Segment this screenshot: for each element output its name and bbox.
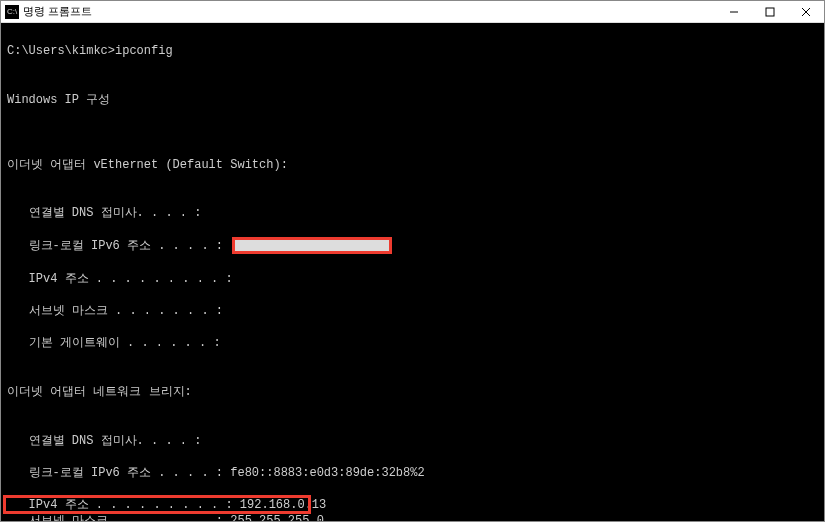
app-icon: C:\: [5, 5, 19, 19]
prompt-line: C:\Users\kimkc>ipconfig: [7, 43, 818, 59]
close-button[interactable]: [788, 1, 824, 23]
close-icon: [801, 7, 811, 17]
gateway-line: 기본 게이트웨이 . . . . . . :: [7, 335, 818, 351]
adapter-header: 이더넷 어댑터 네트워크 브리지:: [7, 384, 818, 400]
ip-config-header: Windows IP 구성: [7, 92, 818, 108]
subnet-line: 서브넷 마스크 . . . . . . . :: [7, 303, 818, 319]
dns-suffix-line: 연결별 DNS 접미사. . . . :: [7, 433, 818, 449]
adapter-header: 이더넷 어댑터 vEthernet (Default Switch):: [7, 157, 818, 173]
window-title: 명령 프롬프트: [23, 4, 716, 19]
command-prompt-window: C:\ 명령 프롬프트 C:\Users\kimkc>ipconfig Wind…: [0, 0, 825, 522]
svg-rect-1: [766, 8, 774, 16]
redacted-ipv6: [232, 237, 392, 254]
terminal-output[interactable]: C:\Users\kimkc>ipconfig Windows IP 구성 이더…: [1, 23, 824, 521]
maximize-button[interactable]: [752, 1, 788, 23]
ipv6-line: 링크-로컬 IPv6 주소 . . . . : fe80::8883:e0d3:…: [7, 465, 818, 481]
ipv4-line: IPv4 주소 . . . . . . . . . :: [7, 271, 818, 287]
subnet-line: 서브넷 마스크 . . . . . . . : 255.255.255.0: [7, 513, 818, 521]
minimize-icon: [729, 7, 739, 17]
maximize-icon: [765, 7, 775, 17]
dns-suffix-line: 연결별 DNS 접미사. . . . :: [7, 205, 818, 221]
ipv4-highlighted-line: IPv4 주소 . . . . . . . . . : 192.168.0.13: [7, 497, 326, 513]
minimize-button[interactable]: [716, 1, 752, 23]
ipv6-line: 링크-로컬 IPv6 주소 . . . . :: [7, 237, 818, 254]
titlebar[interactable]: C:\ 명령 프롬프트: [1, 1, 824, 23]
window-controls: [716, 1, 824, 23]
